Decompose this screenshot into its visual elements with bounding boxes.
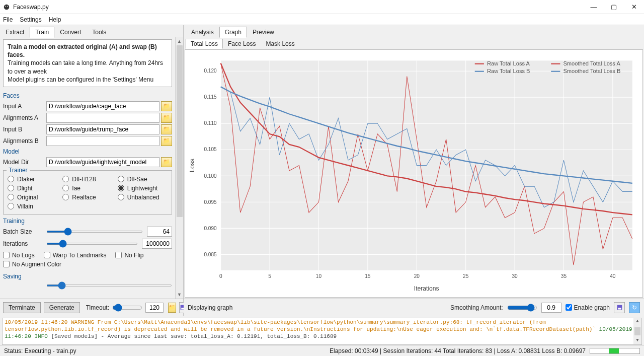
info-box: Train a model on extracted original (A) …: [3, 39, 172, 87]
batch-size-slider[interactable]: [46, 231, 143, 233]
refresh-graph-button[interactable]: ↻: [629, 302, 640, 313]
trainer-option-iae[interactable]: Iae: [62, 185, 112, 192]
console-scrollbar[interactable]: ▲▼: [633, 318, 641, 344]
svg-point-1: [5, 6, 6, 7]
section-model: Model: [3, 148, 172, 155]
svg-text:35: 35: [561, 273, 567, 278]
scroll-up-icon[interactable]: ▲: [176, 37, 184, 45]
input-b-field[interactable]: [46, 124, 159, 134]
browse-input-a-button[interactable]: [161, 101, 172, 111]
tab-train[interactable]: Train: [30, 27, 54, 38]
trainer-option-villain[interactable]: Villain: [8, 203, 57, 210]
trainer-option-lightweight[interactable]: Lightweight: [118, 185, 168, 192]
menu-help[interactable]: Help: [49, 16, 61, 23]
iterations-slider[interactable]: [46, 243, 138, 245]
sub-tabs: Total LossFace LossMask Loss: [186, 37, 644, 48]
info-head: Train a model on extracted original (A) …: [8, 43, 168, 59]
scroll-down-icon[interactable]: ▼: [176, 291, 184, 299]
info-line-2: Training models can take a long time. An…: [8, 59, 168, 75]
window-title: Faceswap.py: [13, 4, 49, 11]
trainer-option-dfl-sae[interactable]: Dfl-Sae: [118, 176, 168, 183]
svg-text:Smoothed Total Loss A: Smoothed Total Loss A: [563, 60, 620, 66]
trainer-option-dfaker[interactable]: Dfaker: [8, 176, 57, 183]
left-form-area: Train a model on extracted original (A) …: [0, 37, 175, 299]
timeout-slider[interactable]: [112, 304, 142, 312]
status-text: Status: Executing - train.py: [4, 347, 76, 354]
browse-model-dir-button[interactable]: [161, 157, 172, 167]
svg-text:40: 40: [610, 273, 615, 278]
checkbox-no-flip[interactable]: No Flip: [115, 252, 143, 259]
save-graph-button[interactable]: [614, 302, 625, 313]
alignments-b-field[interactable]: [46, 136, 159, 146]
right-footer: Displaying graph Smoothing Amount: Enabl…: [184, 299, 644, 316]
timeout-value[interactable]: [145, 303, 164, 313]
svg-text:Iterations: Iterations: [414, 285, 439, 292]
svg-point-2: [7, 6, 8, 7]
tab-convert[interactable]: Convert: [54, 27, 87, 38]
checkbox-no-augment[interactable]: No Augment Color: [3, 261, 61, 268]
iterations-value[interactable]: [142, 239, 172, 249]
subtab-face-loss[interactable]: Face Loss: [223, 39, 261, 49]
checkbox-warp[interactable]: Warp To Landmarks: [44, 252, 107, 259]
left-pane: ExtractTrainConvertTools Train a model o…: [0, 25, 184, 316]
trainer-option-dlight[interactable]: Dlight: [8, 185, 57, 192]
scroll-thumb[interactable]: [177, 45, 183, 217]
console-output[interactable]: 10/05/2019 11:46:20 WARNING From C:\User…: [2, 318, 642, 345]
trainer-option-dfl-h128[interactable]: Dfl-H128: [62, 176, 112, 183]
trainer-option-unbalanced[interactable]: Unbalanced: [118, 194, 168, 201]
info-line-3: Model plugins can be configured in the '…: [8, 76, 168, 84]
menu-settings[interactable]: Settings: [20, 16, 41, 23]
maximize-button[interactable]: ▢: [604, 0, 624, 14]
smoothing-label: Smoothing Amount:: [450, 304, 503, 311]
close-button[interactable]: ✕: [624, 0, 644, 14]
svg-text:10: 10: [316, 273, 321, 278]
batch-size-value[interactable]: [147, 227, 172, 237]
tab-graph[interactable]: Graph: [219, 27, 247, 38]
browse-alignments-a-button[interactable]: [161, 113, 172, 123]
tab-analysis[interactable]: Analysis: [186, 27, 219, 38]
label-iterations: Iterations: [3, 240, 46, 247]
alignments-a-field[interactable]: [46, 113, 159, 123]
label-alignments-a: Alignments A: [3, 114, 46, 121]
tab-extract[interactable]: Extract: [0, 27, 30, 38]
section-saving: Saving: [3, 273, 172, 280]
svg-text:Raw Total Loss B: Raw Total Loss B: [487, 68, 530, 74]
saving-slider[interactable]: [46, 284, 172, 287]
tab-preview[interactable]: Preview: [247, 27, 280, 38]
svg-text:0.110: 0.110: [204, 120, 216, 126]
input-a-field[interactable]: [46, 101, 159, 111]
smoothing-slider[interactable]: [507, 304, 537, 312]
load-config-button[interactable]: [168, 303, 176, 313]
trainer-legend: Trainer: [7, 167, 30, 174]
svg-text:Smoothed Total Loss B: Smoothed Total Loss B: [563, 68, 620, 74]
model-dir-field[interactable]: [46, 157, 159, 167]
menu-file[interactable]: File: [3, 16, 13, 23]
loss-chart: 05101520253035400.0850.0900.0950.1000.10…: [185, 50, 642, 297]
tab-tools[interactable]: Tools: [87, 27, 112, 38]
console-warning: 10/05/2019 11:46:20 WARNING From C:\User…: [5, 319, 596, 332]
svg-text:0.090: 0.090: [204, 225, 216, 231]
svg-text:30: 30: [512, 273, 517, 278]
right-pane: AnalysisGraphPreview Total LossFace Loss…: [184, 25, 644, 316]
subtab-mask-loss[interactable]: Mask Loss: [261, 39, 299, 49]
svg-text:15: 15: [365, 273, 370, 278]
label-saving-hidden: [3, 282, 46, 289]
trainer-option-original[interactable]: Original: [8, 194, 57, 201]
progress-bar: [590, 348, 640, 354]
enable-graph-checkbox[interactable]: Enable graph: [566, 304, 610, 311]
trainer-option-realface[interactable]: Realface: [62, 194, 112, 201]
svg-text:0.105: 0.105: [204, 147, 216, 152]
generate-button[interactable]: Generate: [44, 302, 80, 313]
left-scrollbar[interactable]: ▲ ▼: [175, 37, 183, 299]
trainer-fieldset: Trainer DfakerDfl-H128Dfl-SaeDlightIaeLi…: [3, 170, 172, 215]
browse-alignments-b-button[interactable]: [161, 136, 172, 146]
section-training: Training: [3, 218, 172, 225]
minimize-button[interactable]: —: [584, 0, 604, 14]
subtab-total-loss[interactable]: Total Loss: [186, 39, 223, 49]
terminate-button[interactable]: Terminate: [3, 302, 41, 313]
left-tabs: ExtractTrainConvertTools: [0, 25, 112, 37]
browse-input-b-button[interactable]: [161, 124, 172, 134]
smoothing-value[interactable]: [541, 303, 561, 313]
svg-text:Loss: Loss: [189, 159, 196, 172]
checkbox-no-logs[interactable]: No Logs: [3, 252, 35, 259]
